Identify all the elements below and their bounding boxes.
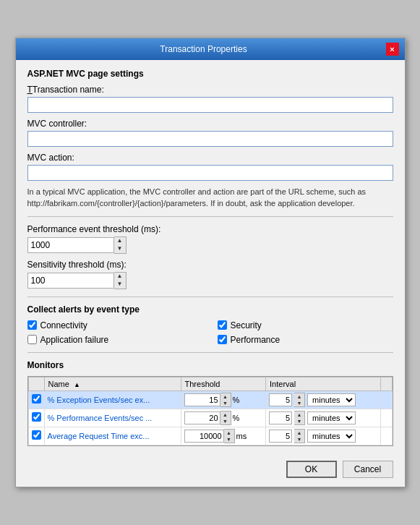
table-row: % Exception Events/sec ex... ▲ ▼ % (28, 390, 392, 409)
th-name[interactable]: Name ▲ (44, 377, 181, 390)
perf-threshold-down[interactable]: ▼ (114, 245, 126, 253)
row2-name: % Performance Events/sec ... (44, 409, 181, 427)
row3-threshold-unit: ms (236, 432, 247, 440)
connectivity-label: Connectivity (40, 320, 87, 330)
app-failure-label: Application failure (40, 335, 109, 345)
row3-interval-down[interactable]: ▼ (294, 436, 304, 443)
row1-interval-spinbtns: ▲ ▼ (294, 393, 305, 407)
aspnet-section: ASP.NET MVC page settings TTransaction n… (27, 69, 393, 209)
row3-interval-input[interactable] (269, 430, 292, 443)
row2-threshold-down[interactable]: ▼ (220, 418, 231, 424)
security-label: Security (231, 320, 262, 330)
security-checkbox[interactable] (218, 320, 227, 330)
row2-threshold-spinbtns: ▲ ▼ (220, 411, 231, 425)
checkbox-connectivity[interactable]: Connectivity (27, 320, 203, 330)
mvc-controller-label: MVC controller: (27, 119, 393, 129)
row1-threshold-unit: % (233, 396, 240, 404)
row2-threshold-input[interactable] (184, 411, 220, 424)
row3-threshold-down[interactable]: ▼ (224, 436, 234, 443)
cancel-button[interactable]: Cancel (343, 461, 393, 478)
close-button[interactable]: × (386, 43, 399, 56)
alerts-title: Collect alerts by event type (27, 304, 393, 315)
transaction-name-input[interactable] (27, 97, 393, 113)
th-threshold: Threshold (181, 377, 266, 390)
row2-checkbox-cell (28, 409, 44, 427)
monitors-section: Monitors Name ▲ Threshold Interval (27, 360, 393, 446)
row3-threshold-input[interactable] (184, 430, 224, 443)
sensitivity-up[interactable]: ▲ (114, 273, 126, 281)
perf-threshold-label: Performance event threshold (ms): (27, 224, 393, 234)
row3-checkbox-cell (28, 427, 44, 445)
info-text: In a typical MVC application, the MVC co… (27, 187, 393, 209)
aspnet-section-title: ASP.NET MVC page settings (27, 69, 393, 79)
row1-threshold-down[interactable]: ▼ (220, 400, 231, 406)
table-row: % Performance Events/sec ... ▲ ▼ % (28, 409, 392, 427)
sensitivity-label: Sensitivity threshold (ms): (27, 260, 393, 270)
row1-checkbox[interactable] (32, 394, 41, 404)
transaction-name-label: TTransaction name: (27, 85, 393, 95)
row1-interval-cell: ▲ ▼ minutes hours seconds (266, 390, 380, 409)
alerts-section: Collect alerts by event type Connectivit… (27, 304, 393, 345)
row2-spacer (380, 409, 392, 427)
dialog-body: ASP.NET MVC page settings TTransaction n… (16, 60, 405, 455)
row1-name: % Exception Events/sec ex... (44, 390, 181, 409)
checkbox-security[interactable]: Security (218, 320, 393, 330)
row2-threshold-spinner: ▲ ▼ % (184, 411, 263, 425)
table-row: Average Request Time exc... ▲ ▼ ms (28, 427, 392, 445)
row1-interval-down[interactable]: ▼ (294, 400, 304, 406)
divider-2 (27, 296, 393, 297)
mvc-action-label: MVC action: (27, 153, 393, 163)
divider-1 (27, 216, 393, 217)
row3-threshold-up[interactable]: ▲ (224, 430, 234, 436)
row3-threshold-spinner: ▲ ▼ ms (184, 429, 263, 443)
row2-threshold-up[interactable]: ▲ (220, 411, 231, 418)
perf-threshold-spinners: ▲ ▼ (114, 236, 127, 254)
row1-threshold-up[interactable]: ▲ (220, 393, 231, 400)
row3-checkbox[interactable] (32, 430, 41, 440)
row1-interval-input[interactable] (269, 393, 292, 406)
row1-threshold-cell: ▲ ▼ % (181, 390, 266, 409)
table-header-row: Name ▲ Threshold Interval (28, 377, 392, 390)
perf-threshold-up[interactable]: ▲ (114, 237, 126, 245)
row3-threshold-cell: ▲ ▼ ms (181, 427, 266, 445)
mvc-controller-input[interactable] (27, 131, 393, 147)
dialog-footer: OK Cancel (16, 455, 405, 487)
row2-interval-down[interactable]: ▼ (294, 418, 304, 424)
row1-interval-select[interactable]: minutes hours seconds (307, 393, 356, 406)
row1-interval-up[interactable]: ▲ (294, 393, 304, 400)
sensitivity-down[interactable]: ▼ (114, 281, 126, 289)
app-failure-checkbox[interactable] (27, 335, 37, 344)
monitors-table-container: Name ▲ Threshold Interval (27, 376, 393, 446)
row1-threshold-input[interactable] (184, 393, 220, 406)
transaction-properties-dialog: Transaction Properties × ASP.NET MVC pag… (15, 38, 406, 487)
row2-interval-select[interactable]: minutes hours seconds (307, 411, 356, 424)
row1-checkbox-cell (28, 390, 44, 409)
checkbox-performance[interactable]: Performance (218, 335, 393, 345)
connectivity-checkbox[interactable] (27, 320, 37, 330)
checkbox-app-failure[interactable]: Application failure (27, 335, 203, 345)
row3-interval-cell: ▲ ▼ minutes hours seconds (266, 427, 380, 445)
th-interval: Interval (266, 377, 380, 390)
row2-interval-input[interactable] (269, 411, 292, 424)
row2-interval-up[interactable]: ▲ (294, 411, 304, 418)
sensitivity-input[interactable] (27, 273, 114, 289)
monitors-title: Monitors (27, 360, 393, 370)
row3-interval-up[interactable]: ▲ (294, 430, 304, 436)
row3-threshold-spinbtns: ▲ ▼ (224, 429, 235, 443)
row2-interval-spinbtns: ▲ ▼ (294, 411, 305, 425)
dialog-title: Transaction Properties (22, 44, 386, 54)
perf-threshold-field: ▲ ▼ (27, 236, 393, 254)
row1-spacer (380, 390, 392, 409)
title-bar: Transaction Properties × (16, 38, 405, 60)
row2-checkbox[interactable] (32, 412, 41, 422)
performance-label: Performance (231, 335, 280, 345)
row2-threshold-unit: % (233, 414, 240, 422)
perf-threshold-input[interactable] (27, 237, 114, 253)
mvc-action-input[interactable] (27, 165, 393, 181)
th-checkbox (28, 377, 44, 390)
row3-name: Average Request Time exc... (44, 427, 181, 445)
ok-button[interactable]: OK (286, 461, 337, 478)
row2-threshold-cell: ▲ ▼ % (181, 409, 266, 427)
performance-checkbox[interactable] (218, 335, 227, 344)
row3-interval-select[interactable]: minutes hours seconds (307, 430, 356, 443)
